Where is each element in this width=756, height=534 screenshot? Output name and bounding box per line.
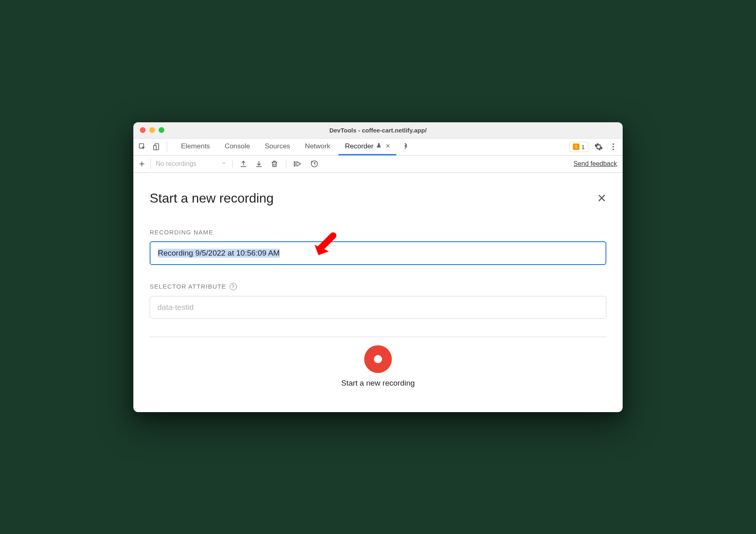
new-recording-button[interactable]: + (139, 159, 151, 169)
chevron-down-icon (221, 160, 227, 168)
help-icon[interactable]: ? (230, 283, 237, 290)
devtools-window: DevTools - coffee-cart.netlify.app/ Elem… (133, 122, 623, 412)
maximize-window-button[interactable] (159, 127, 164, 133)
delete-icon[interactable] (270, 160, 279, 168)
import-icon[interactable] (255, 160, 263, 168)
issues-badge[interactable]: ! 1 (569, 142, 588, 152)
tab-recorder[interactable]: Recorder × (338, 138, 396, 155)
inspect-element-icon[interactable] (138, 143, 146, 151)
more-options-icon[interactable] (609, 142, 618, 151)
send-feedback-link[interactable]: Send feedback (573, 160, 617, 167)
flask-icon (376, 142, 382, 150)
svg-rect-6 (294, 162, 295, 166)
minimize-window-button[interactable] (149, 127, 155, 133)
warning-icon: ! (573, 143, 579, 150)
svg-point-3 (612, 143, 614, 145)
page-heading: Start a new recording (150, 191, 274, 206)
step-icon[interactable] (294, 160, 303, 168)
export-icon[interactable] (239, 160, 248, 168)
tab-recorder-label: Recorder (345, 142, 374, 150)
record-icon (374, 355, 382, 363)
recorder-toolbar: + No recordings (133, 156, 623, 173)
device-toolbar-icon[interactable] (153, 143, 161, 151)
replay-icon[interactable] (310, 160, 319, 168)
recordings-dropdown[interactable]: No recordings (156, 160, 233, 168)
issues-count: 1 (581, 143, 585, 150)
panel-tabs: Elements Console Sources Network Recorde… (175, 138, 409, 155)
start-recording-button[interactable] (364, 345, 392, 373)
start-recording-label: Start a new recording (341, 379, 415, 388)
close-window-button[interactable] (140, 127, 146, 133)
svg-point-5 (612, 149, 614, 150)
tab-elements[interactable]: Elements (175, 138, 217, 155)
titlebar: DevTools - coffee-cart.netlify.app/ (133, 122, 623, 139)
svg-rect-2 (154, 146, 157, 150)
selector-attribute-label: SELECTOR ATTRIBUTE ? (150, 283, 606, 290)
panel-footer: Start a new recording (150, 337, 606, 400)
window-title: DevTools - coffee-cart.netlify.app/ (329, 127, 427, 134)
tab-close-icon[interactable]: × (386, 142, 390, 150)
close-panel-icon[interactable]: ✕ (597, 192, 606, 205)
selector-attribute-label-text: SELECTOR ATTRIBUTE (150, 283, 226, 290)
traffic-lights (140, 127, 164, 133)
recording-name-label: RECORDING NAME (150, 229, 606, 236)
settings-icon[interactable] (594, 142, 603, 151)
toolbar-divider (286, 159, 286, 168)
svg-point-4 (612, 146, 614, 148)
more-tabs-icon[interactable] (402, 143, 409, 150)
tab-sources[interactable]: Sources (258, 138, 296, 155)
selector-attribute-input[interactable] (150, 296, 606, 319)
tab-network[interactable]: Network (298, 138, 337, 155)
tab-console[interactable]: Console (218, 138, 256, 155)
recorder-panel: Start a new recording ✕ RECORDING NAME S… (133, 173, 623, 412)
recording-name-input[interactable] (150, 241, 606, 265)
tabs-bar: Elements Console Sources Network Recorde… (133, 139, 623, 156)
recordings-dropdown-label: No recordings (156, 160, 197, 168)
